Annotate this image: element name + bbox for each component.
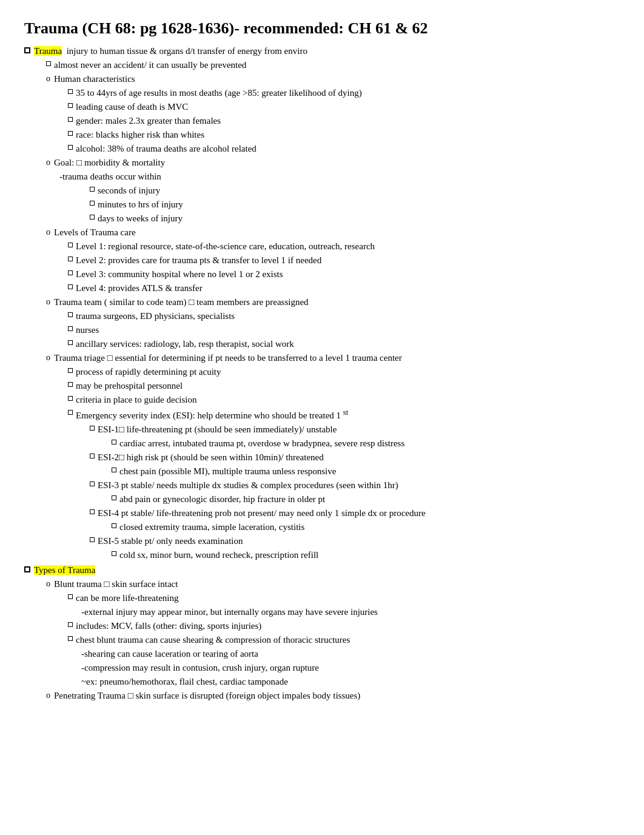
item-text: almost never an accident/ it can usually… [54, 59, 620, 72]
list-item: o Trauma team ( similar to code team) □ … [24, 296, 620, 309]
list-item: days to weeks of injury [24, 212, 620, 225]
item-text: Levels of Trauma care [54, 226, 620, 239]
item-text: Level 4: provides ATLS & transfer [76, 282, 620, 295]
bullet-icon [90, 187, 95, 192]
page-container: Trauma (CH 68: pg 1628-1636)- recommende… [24, 18, 620, 702]
item-text: Goal: □ morbidity & mortality [54, 156, 620, 169]
list-item: abd pain or gynecologic disorder, hip fr… [24, 493, 620, 506]
bullet-icon [112, 468, 116, 472]
o-bullet-icon: o [46, 689, 50, 702]
list-item: trauma surgeons, ED physicians, speciali… [24, 310, 620, 323]
bullet-icon [68, 594, 73, 599]
item-text: cardiac arrest, intubated trauma pt, ove… [119, 437, 620, 450]
item-text: ESI-5 stable pt/ only needs examination [98, 535, 620, 548]
item-text: Human characteristics [54, 73, 620, 86]
list-item: ESI-4 pt stable/ life-threatening prob n… [24, 507, 620, 520]
bullet-square-icon [24, 566, 30, 572]
item-text: may be prehospital personnel [76, 380, 620, 392]
list-item: Level 3: community hospital where no lev… [24, 268, 620, 281]
list-item: ESI-5 stable pt/ only needs examination [24, 535, 620, 548]
list-item: nurses [24, 324, 620, 337]
item-text: process of rapidly determining pt acuity [76, 366, 620, 378]
item-text: -shearing can cause laceration or tearin… [81, 648, 620, 660]
bullet-icon [90, 201, 95, 206]
list-item: o Blunt trauma □ skin surface intact [24, 578, 620, 591]
bullet-icon [46, 61, 51, 66]
bullet-icon [112, 551, 116, 556]
item-text: Blunt trauma □ skin surface intact [54, 578, 620, 591]
item-text: Trauma injury to human tissue & organs d… [34, 45, 620, 58]
list-item: o Goal: □ morbidity & mortality [24, 156, 620, 169]
list-item: Types of Trauma [24, 564, 620, 577]
bullet-square-icon [24, 47, 30, 53]
list-item: process of rapidly determining pt acuity [24, 366, 620, 378]
bullet-icon [68, 622, 73, 627]
item-text: Trauma team ( similar to code team) □ te… [54, 296, 620, 309]
list-item: includes: MCV, falls (other: diving, spo… [24, 620, 620, 632]
item-text: Level 2: provides care for trauma pts & … [76, 254, 620, 267]
bullet-icon [90, 481, 95, 486]
item-text: trauma surgeons, ED physicians, speciali… [76, 310, 620, 323]
bullet-icon [68, 368, 73, 373]
item-text: days to weeks of injury [98, 212, 620, 225]
list-item: Level 1: regional resource, state-of-the… [24, 240, 620, 253]
item-text: includes: MCV, falls (other: diving, spo… [76, 620, 620, 632]
list-item: chest blunt trauma can cause shearing & … [24, 634, 620, 646]
list-item: ESI-3 pt stable/ needs multiple dx studi… [24, 479, 620, 492]
list-item: Trauma injury to human tissue & organs d… [24, 45, 620, 58]
item-text: chest pain (possible MI), multiple traum… [119, 465, 620, 478]
bullet-icon [68, 636, 73, 641]
list-item: gender: males 2.3x greater than females [24, 115, 620, 127]
item-text: can be more life-threatening [76, 592, 620, 605]
bullet-icon [90, 509, 95, 514]
bullet-icon [68, 145, 73, 150]
highlight-trauma: Trauma [34, 46, 62, 56]
item-text: criteria in place to guide decision [76, 394, 620, 406]
content-area: Trauma injury to human tissue & organs d… [24, 45, 620, 702]
bullet-icon [68, 326, 73, 331]
list-item: leading cause of death is MVC [24, 101, 620, 113]
list-item: seconds of injury [24, 184, 620, 197]
list-item: race: blacks higher risk than whites [24, 129, 620, 141]
bullet-icon [90, 537, 95, 542]
list-item: criteria in place to guide decision [24, 394, 620, 406]
list-item: cold sx, minor burn, wound recheck, pres… [24, 549, 620, 562]
list-item: 35 to 44yrs of age results in most death… [24, 87, 620, 99]
list-item: -compression may result in contusion, cr… [24, 662, 620, 674]
list-item: can be more life-threatening [24, 592, 620, 605]
bullet-icon [68, 410, 73, 415]
bullet-icon [90, 215, 95, 220]
item-text: Level 1: regional resource, state-of-the… [76, 240, 620, 253]
item-text: chest blunt trauma can cause shearing & … [76, 634, 620, 646]
list-item: ancillary services: radiology, lab, resp… [24, 338, 620, 350]
o-bullet-icon: o [46, 156, 50, 169]
bullet-icon [68, 270, 73, 275]
item-text: closed extremity trauma, simple lacerati… [119, 521, 620, 534]
bullet-icon [112, 523, 116, 528]
list-item: Level 2: provides care for trauma pts & … [24, 254, 620, 267]
bullet-icon [68, 117, 73, 122]
bullet-icon [68, 103, 73, 108]
list-item: ESI-2□ high risk pt (should be seen with… [24, 451, 620, 464]
item-text: abd pain or gynecologic disorder, hip fr… [119, 493, 620, 506]
bullet-icon [68, 284, 73, 289]
list-item: -shearing can cause laceration or tearin… [24, 648, 620, 660]
item-text: ancillary services: radiology, lab, resp… [76, 338, 620, 350]
list-item: alcohol: 38% of trauma deaths are alcoho… [24, 143, 620, 155]
list-item: o Trauma triage □ essential for determin… [24, 352, 620, 364]
bullet-icon [68, 340, 73, 345]
bullet-icon [68, 396, 73, 401]
item-text: Types of Trauma [34, 564, 620, 577]
list-item: o Penetrating Trauma □ skin surface is d… [24, 689, 620, 702]
item-text: alcohol: 38% of trauma deaths are alcoho… [76, 143, 620, 155]
list-item: o Levels of Trauma care [24, 226, 620, 239]
o-bullet-icon: o [46, 296, 50, 308]
item-text: Trauma triage □ essential for determinin… [54, 352, 620, 364]
o-bullet-icon: o [46, 73, 50, 85]
item-text: gender: males 2.3x greater than females [76, 115, 620, 127]
item-text: minutes to hrs of injury [98, 198, 620, 211]
item-text: Emergency severity index (ESI): help det… [76, 407, 620, 422]
list-item: chest pain (possible MI), multiple traum… [24, 465, 620, 478]
bullet-icon [68, 89, 73, 94]
page-title: Trauma (CH 68: pg 1628-1636)- recommende… [24, 18, 620, 39]
